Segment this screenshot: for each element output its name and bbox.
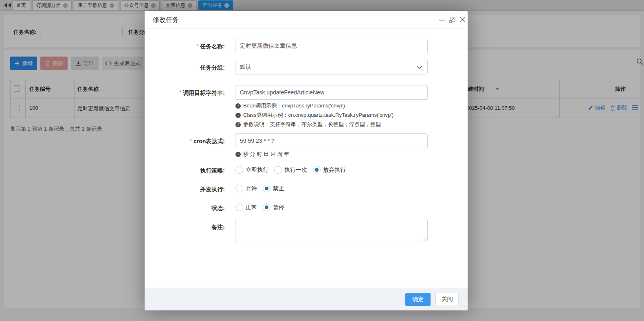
invoke-hint-params: i参数说明：支持字符串，布尔类型，长整型，浮点型，整型: [235, 121, 381, 128]
invoke-target-label: *调用目标字符串:: [145, 90, 225, 97]
radio-icon: [274, 166, 282, 174]
invoke-target-input[interactable]: CnvpTask.updateFeedArticleNew: [235, 85, 428, 100]
chevron-down-icon: [417, 66, 422, 69]
job-group-label: 任务分组:: [145, 64, 225, 72]
info-icon: i: [235, 152, 241, 157]
remark-label: 备注:: [145, 224, 225, 231]
cron-label: *cron表达式:: [145, 138, 225, 145]
radio-option-allow[interactable]: 允许: [235, 185, 257, 192]
remark-textarea[interactable]: [235, 219, 428, 242]
cron-input[interactable]: 59 59 23 * * ?: [235, 133, 428, 148]
radio-option-once[interactable]: 执行一次: [274, 166, 307, 174]
info-icon: i: [235, 103, 241, 109]
radio-icon: [235, 203, 243, 211]
dialog-title: 修改任务: [153, 11, 179, 29]
misfire-policy-radio-group: 立即执行 执行一次 放弃执行: [235, 166, 352, 174]
resize-handle-icon: [423, 237, 426, 241]
edit-task-dialog: 修改任务 *任务名称: 定时更新微信文章信息 任务分组: 默认: [145, 11, 468, 310]
job-name-input[interactable]: 定时更新微信文章信息: [235, 39, 428, 53]
invoke-hint-bean: iBean调用示例：cnvpTask.ryParams('cnvp'): [235, 102, 345, 109]
misfire-policy-label: 执行策略:: [145, 167, 225, 175]
job-group-select[interactable]: 默认: [235, 60, 428, 74]
radio-checked-icon: [263, 185, 270, 192]
info-icon: i: [235, 122, 241, 127]
radio-icon: [235, 166, 243, 174]
radio-checked-icon: [313, 166, 321, 174]
radio-checked-icon: [263, 203, 270, 211]
radio-option-normal[interactable]: 正常: [235, 203, 257, 211]
minimize-icon[interactable]: [439, 20, 445, 21]
screen: 首页 订阅源分类× 用户登录信息× 公众号信息× 文章信息× 定时任务× 任务名…: [0, 0, 644, 321]
status-label: 状态:: [145, 205, 225, 212]
info-icon: i: [235, 113, 241, 118]
radio-icon: [235, 185, 243, 192]
concurrent-label: 并发执行:: [145, 186, 225, 193]
invoke-hint-class: iClass类调用示例：cn.cnvp.quartz.task.RyTask.r…: [235, 111, 393, 119]
maximize-icon[interactable]: [449, 17, 455, 23]
status-radio-group: 正常 暂停: [235, 203, 290, 211]
cron-hint: i秒 分 时 日 月 周 年: [235, 151, 289, 158]
radio-option-forbid[interactable]: 禁止: [263, 185, 284, 192]
dialog-header: 修改任务: [145, 11, 468, 29]
close-icon[interactable]: [460, 17, 465, 22]
concurrent-radio-group: 允许 禁止: [235, 185, 290, 192]
radio-option-abandon[interactable]: 放弃执行: [313, 166, 346, 174]
dialog-footer: 确定 关闭: [145, 288, 468, 310]
radio-option-pause[interactable]: 暂停: [263, 203, 284, 211]
confirm-button[interactable]: 确定: [405, 293, 431, 306]
close-button[interactable]: 关闭: [435, 293, 459, 306]
radio-option-immediate[interactable]: 立即执行: [235, 166, 268, 174]
job-name-label: *任务名称:: [145, 43, 225, 50]
